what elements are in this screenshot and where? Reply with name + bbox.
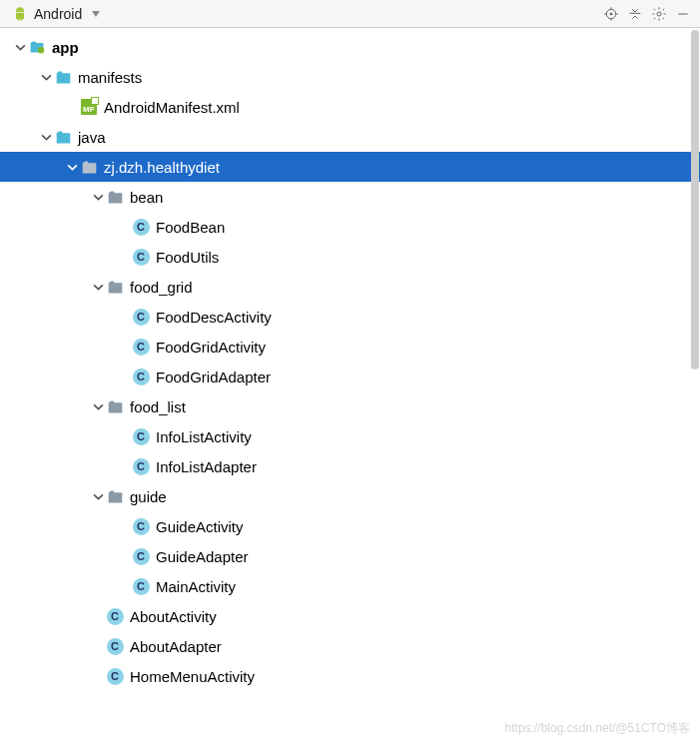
node-label: InfoListAdapter bbox=[156, 459, 257, 474]
node-label: AboutActivity bbox=[130, 609, 217, 624]
chevron-down-icon bbox=[90, 488, 106, 504]
tree-node-class[interactable]: C InfoListAdapter bbox=[0, 451, 700, 481]
svg-point-0 bbox=[18, 9, 19, 10]
node-label: food_grid bbox=[130, 280, 193, 295]
node-label: app bbox=[52, 40, 79, 55]
node-label: FoodUtils bbox=[156, 250, 219, 265]
chevron-down-icon bbox=[90, 189, 106, 205]
tree-node-class[interactable]: C GuideActivity bbox=[0, 511, 700, 541]
class-icon: C bbox=[106, 637, 124, 655]
node-label: food_list bbox=[130, 399, 186, 414]
node-label: FoodBean bbox=[156, 220, 225, 235]
tree-node-class[interactable]: C HomeMenuActivity bbox=[0, 661, 700, 691]
chevron-down-icon bbox=[38, 129, 54, 145]
folder-icon bbox=[54, 68, 72, 86]
class-icon: C bbox=[132, 517, 150, 535]
tree-node-class[interactable]: C FoodUtils bbox=[0, 242, 700, 272]
chevron-down-icon bbox=[90, 279, 106, 295]
view-dropdown[interactable]: Android bbox=[6, 4, 106, 24]
node-label: GuideAdapter bbox=[156, 549, 249, 564]
class-icon: C bbox=[132, 248, 150, 266]
tree-node-food-list[interactable]: food_list bbox=[0, 391, 700, 421]
gear-icon[interactable] bbox=[648, 3, 670, 25]
tree-node-class[interactable]: C GuideAdapter bbox=[0, 541, 700, 571]
chevron-down-icon bbox=[64, 159, 80, 175]
tree-node-class[interactable]: C AboutAdapter bbox=[0, 631, 700, 661]
class-icon: C bbox=[132, 368, 150, 385]
view-label: Android bbox=[34, 6, 82, 22]
node-label: AndroidManifest.xml bbox=[104, 100, 240, 115]
tree-node-food-grid[interactable]: food_grid bbox=[0, 272, 700, 302]
project-toolbar: Android bbox=[0, 0, 700, 28]
tree-node-class[interactable]: C FoodGridAdapter bbox=[0, 362, 700, 391]
project-tree: app manifests MF AndroidManifest.xml jav… bbox=[0, 28, 700, 741]
node-label: bean bbox=[130, 190, 163, 205]
node-label: InfoListActivity bbox=[156, 429, 252, 444]
chevron-down-icon bbox=[12, 39, 28, 55]
module-icon bbox=[28, 38, 46, 56]
class-icon: C bbox=[132, 427, 150, 445]
tree-node-class[interactable]: C FoodDescActivity bbox=[0, 302, 700, 332]
svg-point-5 bbox=[38, 47, 44, 53]
tree-node-guide[interactable]: guide bbox=[0, 481, 700, 511]
svg-point-4 bbox=[657, 12, 661, 16]
node-label: HomeMenuActivity bbox=[130, 669, 255, 684]
class-icon: C bbox=[132, 308, 150, 326]
tree-node-class[interactable]: C MainActivity bbox=[0, 571, 700, 601]
chevron-down-icon bbox=[90, 398, 106, 414]
chevron-down-icon bbox=[92, 11, 100, 17]
target-icon[interactable] bbox=[600, 3, 622, 25]
tree-node-class[interactable]: C FoodBean bbox=[0, 212, 700, 242]
package-icon bbox=[106, 188, 124, 206]
folder-icon bbox=[54, 128, 72, 146]
package-icon bbox=[106, 278, 124, 296]
tree-node-class[interactable]: C InfoListActivity bbox=[0, 421, 700, 451]
class-icon: C bbox=[132, 218, 150, 236]
package-icon bbox=[106, 397, 124, 415]
package-icon bbox=[106, 487, 124, 505]
node-label: java bbox=[78, 130, 106, 145]
svg-point-3 bbox=[610, 13, 612, 15]
class-icon: C bbox=[106, 607, 124, 625]
minimize-icon[interactable] bbox=[672, 3, 694, 25]
node-label: GuideActivity bbox=[156, 519, 244, 534]
node-label: MainActivity bbox=[156, 579, 236, 594]
node-label: FoodGridAdapter bbox=[156, 370, 271, 384]
package-icon bbox=[80, 158, 98, 176]
node-label: FoodGridActivity bbox=[156, 340, 266, 355]
android-icon bbox=[12, 6, 28, 22]
node-label: AboutAdapter bbox=[130, 639, 222, 654]
class-icon: C bbox=[132, 547, 150, 565]
manifest-file-icon: MF bbox=[80, 98, 98, 116]
tree-node-package[interactable]: zj.dzh.healthydiet bbox=[0, 152, 700, 182]
collapse-icon[interactable] bbox=[624, 3, 646, 25]
node-label: zj.dzh.healthydiet bbox=[104, 160, 220, 175]
tree-node-manifest-file[interactable]: MF AndroidManifest.xml bbox=[0, 92, 700, 122]
node-label: guide bbox=[130, 489, 167, 504]
class-icon: C bbox=[132, 577, 150, 595]
svg-point-1 bbox=[22, 9, 23, 10]
class-icon: C bbox=[106, 667, 124, 685]
chevron-down-icon bbox=[38, 69, 54, 85]
tree-node-class[interactable]: C AboutActivity bbox=[0, 601, 700, 631]
tree-node-class[interactable]: C FoodGridActivity bbox=[0, 332, 700, 362]
scrollbar[interactable] bbox=[691, 30, 699, 370]
tree-node-bean[interactable]: bean bbox=[0, 182, 700, 212]
class-icon: C bbox=[132, 457, 150, 475]
tree-node-manifests[interactable]: manifests bbox=[0, 62, 700, 92]
class-icon: C bbox=[132, 338, 150, 356]
tree-node-java[interactable]: java bbox=[0, 122, 700, 152]
tree-node-app[interactable]: app bbox=[0, 32, 700, 62]
node-label: manifests bbox=[78, 70, 142, 85]
node-label: FoodDescActivity bbox=[156, 310, 272, 325]
